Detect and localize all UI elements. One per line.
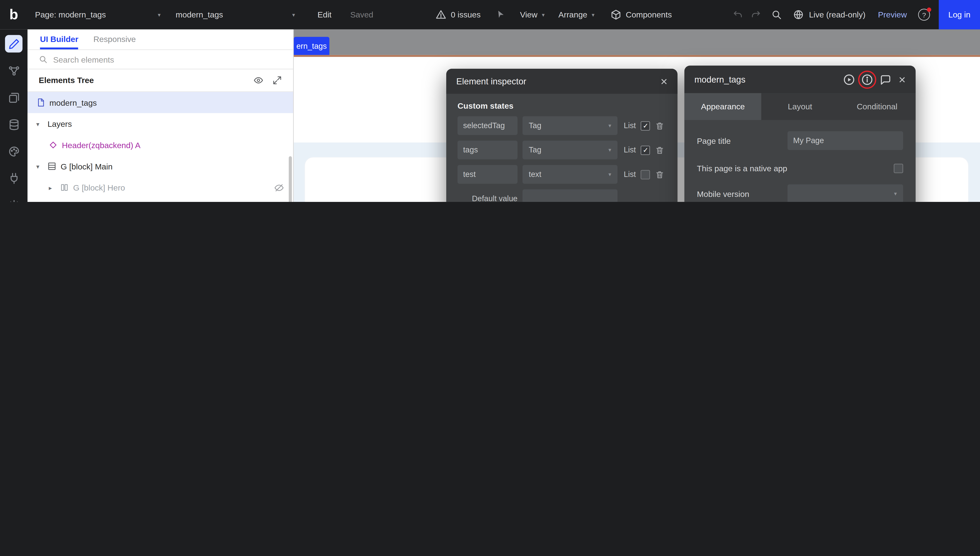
- caret-down-icon[interactable]: ▾: [36, 120, 48, 127]
- tree-item-label: G [block] Main: [61, 162, 113, 171]
- expand-icon[interactable]: [273, 76, 282, 85]
- tree-item-label: G [block] Hero: [73, 183, 125, 192]
- preview-element-button[interactable]: [843, 73, 855, 85]
- search-elements-input[interactable]: [53, 55, 282, 64]
- state-type-dropdown[interactable]: text ▾: [522, 165, 617, 184]
- caret-right-icon[interactable]: ▸: [49, 184, 60, 191]
- pages-tab-icon[interactable]: [5, 89, 23, 106]
- redo-icon[interactable]: [751, 9, 762, 20]
- chevron-down-icon: ▾: [609, 147, 611, 153]
- custom-state-row: Tag ▾ List ✓: [458, 116, 666, 135]
- live-mode-button[interactable]: Live (read-only): [793, 9, 865, 20]
- view-menu[interactable]: View ▾: [515, 0, 550, 29]
- page-name-tab[interactable]: ern_tags: [294, 37, 329, 55]
- tree-item-page[interactable]: modern_tags: [27, 92, 293, 113]
- mobile-version-dropdown[interactable]: ▾: [788, 184, 903, 202]
- search-icon: [39, 55, 48, 64]
- tree-item-group-demo-container[interactable]: ▾ Group Demo Container: [27, 198, 293, 202]
- chevron-down-icon: ▾: [542, 11, 544, 18]
- workflow-tab-icon[interactable]: [5, 62, 23, 79]
- state-type-dropdown[interactable]: Tag ▾: [522, 116, 617, 135]
- page-selector[interactable]: Page: modern_tags ▾: [27, 0, 168, 29]
- view-menu-label: View: [520, 10, 538, 19]
- preview-link[interactable]: Preview: [878, 10, 907, 19]
- settings-tab-icon[interactable]: [5, 196, 23, 202]
- property-editor-tabs: Appearance Layout Conditional: [685, 93, 915, 120]
- tab-layout[interactable]: Layout: [762, 93, 839, 120]
- chevron-down-icon: ▾: [592, 11, 594, 18]
- element-selector[interactable]: modern_tags ▾: [168, 0, 302, 29]
- list-checkbox[interactable]: ✓: [641, 121, 650, 130]
- arrange-menu-label: Arrange: [559, 10, 587, 19]
- help-button[interactable]: ?: [918, 9, 930, 21]
- chevron-down-icon: ▾: [292, 11, 295, 18]
- trash-icon[interactable]: [655, 170, 665, 179]
- default-value-input[interactable]: [522, 189, 617, 202]
- tab-appearance[interactable]: Appearance: [685, 93, 762, 120]
- native-app-label: This page is a native app: [697, 164, 787, 173]
- question-icon: ?: [922, 11, 926, 18]
- components-button[interactable]: Components: [611, 9, 672, 20]
- eye-icon[interactable]: [254, 76, 263, 85]
- tree-item-header-reusable[interactable]: Header(zqbackend) A: [27, 134, 293, 156]
- globe-icon: [793, 9, 804, 20]
- list-checkbox[interactable]: ✓: [641, 145, 650, 155]
- undo-icon[interactable]: [733, 9, 743, 20]
- tree-item-block-hero[interactable]: ▸ G [block] Hero: [27, 177, 293, 198]
- list-checkbox[interactable]: [641, 170, 650, 179]
- state-name-input[interactable]: [458, 165, 517, 184]
- warning-icon: [436, 9, 446, 20]
- topbar: b Page: modern_tags ▾ modern_tags ▾ Edit…: [0, 0, 980, 29]
- check-icon: ✓: [643, 121, 648, 130]
- elements-panel: UI Builder Responsive Elements Tree: [27, 29, 294, 202]
- chevron-down-icon: ▾: [609, 171, 611, 178]
- page-title-input[interactable]: [788, 131, 903, 150]
- property-editor-header[interactable]: modern_tags ×: [685, 66, 915, 93]
- state-type-dropdown[interactable]: Tag ▾: [522, 141, 617, 160]
- arrange-menu[interactable]: Arrange ▾: [554, 0, 600, 29]
- issues-button[interactable]: 0 issues: [436, 9, 481, 20]
- trash-icon[interactable]: [655, 145, 665, 155]
- close-icon[interactable]: ×: [660, 75, 668, 87]
- list-label: List: [624, 170, 636, 179]
- page-selector-label: Page: modern_tags: [35, 10, 106, 19]
- hidden-eye-off-icon: [274, 183, 284, 192]
- comment-icon: [879, 73, 891, 85]
- state-name-input[interactable]: [458, 116, 517, 135]
- edit-menu[interactable]: Edit: [318, 10, 332, 19]
- tree-item-block-main[interactable]: ▾ G [block] Main: [27, 156, 293, 177]
- search-icon[interactable]: [772, 9, 782, 20]
- state-name-input[interactable]: [458, 141, 517, 160]
- scrollbar-thumb[interactable]: [289, 156, 292, 202]
- design-tab-icon[interactable]: [5, 35, 23, 52]
- elements-tree-header: Elements Tree: [27, 70, 293, 92]
- default-value-label: Default value: [458, 194, 517, 202]
- trash-icon[interactable]: [655, 121, 665, 130]
- element-inspector-title: Element inspector: [456, 76, 526, 86]
- cube-icon: [611, 9, 622, 20]
- pointer-tool-icon[interactable]: [496, 9, 506, 20]
- caret-down-icon[interactable]: ▾: [36, 163, 48, 170]
- state-type-value: Tag: [529, 121, 541, 130]
- notification-dot: [927, 8, 931, 12]
- plugins-tab-icon[interactable]: [5, 170, 23, 187]
- bubble-logo[interactable]: b: [0, 6, 27, 23]
- element-inspector-header[interactable]: Element inspector ×: [446, 69, 677, 94]
- tab-ui-builder[interactable]: UI Builder: [40, 29, 78, 49]
- page-property-editor: modern_tags ×: [685, 66, 915, 202]
- tab-responsive[interactable]: Responsive: [94, 29, 136, 49]
- styles-tab-icon[interactable]: [5, 142, 23, 160]
- check-icon: ✓: [643, 146, 648, 154]
- search-elements: [27, 50, 293, 69]
- issues-count: 0 issues: [451, 10, 481, 19]
- native-app-checkbox[interactable]: [894, 164, 903, 173]
- group-columns-icon: [60, 183, 73, 192]
- close-icon[interactable]: ×: [899, 73, 906, 85]
- element-info-button[interactable]: [861, 73, 873, 85]
- login-button[interactable]: Log in: [939, 0, 980, 29]
- saved-status: Saved: [350, 10, 373, 19]
- tree-item-layers[interactable]: ▾ Layers: [27, 113, 293, 134]
- data-tab-icon[interactable]: [5, 116, 23, 133]
- comments-button[interactable]: [879, 73, 891, 85]
- tab-conditional[interactable]: Conditional: [838, 93, 915, 120]
